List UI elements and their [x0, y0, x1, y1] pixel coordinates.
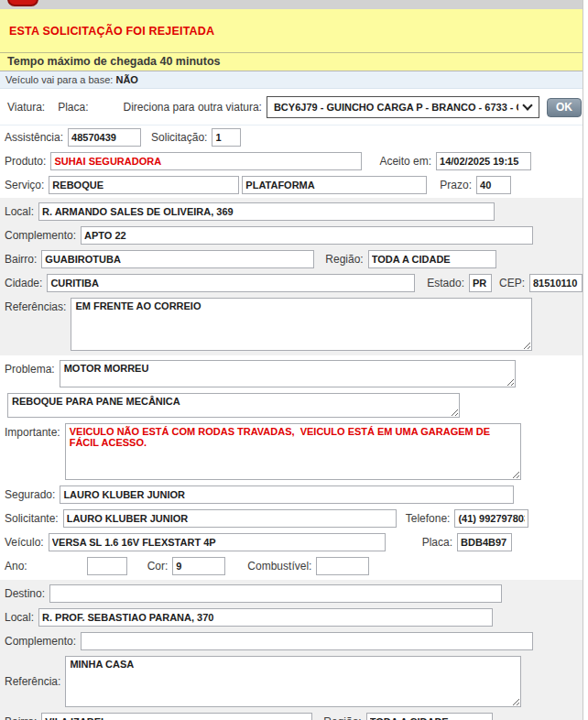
solicitacao-input[interactable]: [212, 128, 241, 147]
origin-referencias-textarea[interactable]: EM FRENTE AO CORREIO: [71, 298, 532, 351]
origin-referencias-label: Referências:: [5, 300, 66, 313]
solicitante-row: Solicitante: Telefone:: [0, 507, 583, 530]
dest-bairro-row: Bairro: Região:: [0, 710, 583, 720]
observacao-row: REBOQUE PARA PANE MECÂNICA: [0, 390, 583, 420]
dest-complemento-label: Complemento:: [5, 635, 76, 648]
origin-regiao-input[interactable]: [368, 250, 496, 268]
solicitante-label: Solicitante:: [5, 512, 59, 525]
telefone-label: Telefone:: [406, 512, 451, 525]
page: ESTA SOLICITAÇÃO FOI REJEITADA Tempo máx…: [0, 0, 583, 720]
servico-tipo-input[interactable]: [242, 176, 427, 194]
problema-row: Problema: MOTOR MORREU: [0, 355, 583, 390]
importante-textarea[interactable]: VEICULO NÃO ESTÁ COM RODAS TRAVADAS, VEI…: [65, 423, 521, 480]
servico-label: Serviço:: [5, 179, 44, 191]
dest-local-input[interactable]: [38, 608, 493, 627]
max-arrival-time-bar: Tempo máximo de chegada 40 minutos: [0, 52, 583, 71]
dest-regiao-input[interactable]: [366, 713, 493, 720]
viatura-select-value: BCY6J79 - GUINCHO CARGA P - BRANCO - 673…: [274, 102, 518, 113]
origin-cidade-label: Cidade:: [5, 277, 42, 289]
telefone-input[interactable]: [454, 509, 528, 528]
combustivel-input[interactable]: [316, 557, 369, 575]
chevron-down-icon: [522, 100, 532, 110]
destination-section: Destino: Local: Complemento: Referência:…: [0, 580, 583, 720]
assistencia-input[interactable]: [68, 128, 141, 147]
origin-cidade-row: Cidade: Estado: CEP:: [0, 271, 583, 295]
top-toolbar: [0, 0, 583, 9]
ano-cor-row: Ano: Cor: Combustível:: [0, 554, 583, 580]
vehicle-to-base-value: NÃO: [115, 74, 137, 85]
origin-estado-label: Estado:: [427, 277, 464, 289]
veiculo-row: Veículo: Placa:: [0, 530, 583, 554]
direciona-label: Direciona para outra viatura:: [124, 101, 262, 114]
origin-bairro-input[interactable]: [41, 250, 314, 268]
origin-complemento-label: Complemento:: [5, 229, 76, 242]
veiculo-input[interactable]: [49, 533, 386, 551]
origin-cep-input[interactable]: [529, 274, 583, 292]
produto-input[interactable]: [50, 152, 362, 170]
origin-section: Local: Complemento: Bairro: Região: Cida…: [0, 198, 583, 355]
dest-referencia-row: Referência: MINHA CASA: [0, 653, 583, 710]
ok-button[interactable]: OK: [547, 98, 582, 117]
solicitante-input[interactable]: [63, 509, 397, 528]
importante-row: Importante: VEICULO NÃO ESTÁ COM RODAS T…: [0, 420, 583, 483]
dest-complemento-row: Complemento:: [0, 629, 583, 653]
viatura-select[interactable]: BCY6J79 - GUINCHO CARGA P - BRANCO - 673…: [267, 96, 539, 118]
dest-complemento-input[interactable]: [81, 632, 533, 650]
problema-label: Problema:: [5, 363, 55, 376]
veiculo-placa-label: Placa:: [422, 536, 452, 549]
dest-bairro-input[interactable]: [41, 713, 312, 720]
segurado-label: Segurado:: [5, 488, 55, 501]
origin-estado-input[interactable]: [469, 274, 492, 292]
problem-section: Problema: MOTOR MORREU REBOQUE PARA PANE…: [0, 355, 583, 580]
prazo-label: Prazo:: [440, 179, 472, 191]
origin-referencias-row: Referências: EM FRENTE AO CORREIO: [0, 295, 583, 354]
ano-input[interactable]: [87, 557, 127, 575]
assistencia-row: Assistência: Solicitação:: [0, 125, 583, 149]
combustivel-label: Combustível:: [247, 560, 311, 573]
red-toolbar-button[interactable]: [7, 0, 38, 6]
ano-label: Ano:: [5, 560, 27, 573]
aceito-em-input[interactable]: [436, 152, 531, 170]
prazo-input[interactable]: [476, 176, 511, 194]
dest-local-row: Local:: [0, 605, 583, 629]
veiculo-label: Veículo:: [5, 536, 44, 549]
dest-regiao-label: Região:: [323, 715, 361, 720]
segurado-input[interactable]: [60, 485, 514, 504]
viatura-placa-label: Placa:: [58, 101, 88, 114]
produto-row: Produto: Aceito em:: [0, 149, 583, 173]
origin-bairro-label: Bairro:: [5, 253, 37, 266]
viatura-label: Viatura:: [7, 101, 45, 114]
dest-local-label: Local:: [5, 611, 34, 624]
veiculo-placa-input[interactable]: [457, 533, 512, 551]
origin-cep-label: CEP:: [499, 277, 525, 289]
origin-regiao-label: Região:: [325, 253, 363, 266]
dest-bairro-label: Bairro:: [5, 715, 37, 720]
problema-textarea[interactable]: MOTOR MORREU: [60, 360, 516, 387]
vehicle-to-base-bar: Veículo vai para a base: NÃO: [0, 71, 583, 88]
dest-destino-input[interactable]: [49, 584, 502, 603]
dest-destino-row: Destino:: [0, 582, 583, 605]
dest-referencia-textarea[interactable]: MINHA CASA: [65, 656, 521, 707]
rejected-banner-text: ESTA SOLICITAÇÃO FOI REJEITADA: [9, 25, 214, 38]
assistencia-label: Assistência:: [5, 131, 63, 144]
aceito-em-label: Aceito em:: [379, 155, 431, 168]
origin-bairro-row: Bairro: Região:: [0, 247, 583, 271]
viatura-row: Viatura: Placa: Direciona para outra via…: [0, 88, 583, 125]
produto-label: Produto:: [5, 155, 46, 168]
cor-label: Cor:: [147, 560, 169, 573]
origin-cidade-input[interactable]: [47, 274, 415, 292]
origin-local-label: Local:: [5, 205, 34, 218]
rejected-banner: ESTA SOLICITAÇÃO FOI REJEITADA: [0, 9, 583, 52]
origin-local-input[interactable]: [38, 202, 495, 221]
importante-label: Importante:: [5, 426, 60, 439]
segurado-row: Segurado:: [0, 483, 583, 507]
origin-complemento-row: Complemento:: [0, 224, 583, 247]
observacao-textarea[interactable]: REBOQUE PARA PANE MECÂNICA: [7, 393, 460, 418]
solicitacao-label: Solicitação:: [151, 131, 207, 144]
dest-destino-label: Destino:: [5, 587, 45, 600]
dest-referencia-label: Referência:: [5, 675, 60, 688]
vehicle-to-base-label: Veículo vai para a base:: [5, 74, 113, 85]
servico-input[interactable]: [49, 176, 239, 194]
origin-complemento-input[interactable]: [81, 226, 533, 245]
cor-input[interactable]: [172, 557, 225, 575]
